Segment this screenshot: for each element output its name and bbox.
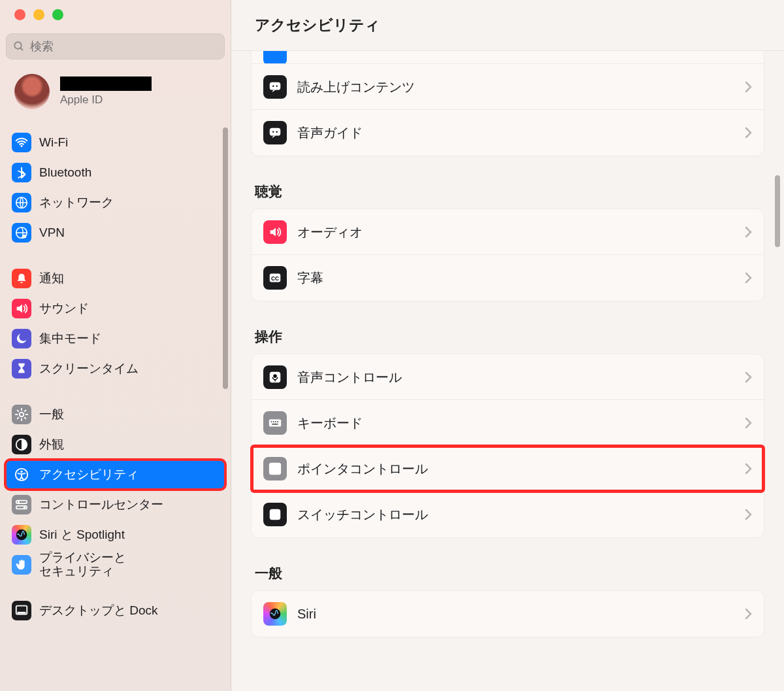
focus-icon [12, 329, 31, 348]
close-window-button[interactable] [14, 9, 25, 20]
sidebar-scrollbar[interactable] [223, 127, 228, 389]
sidebar-item-label: 集中モード [39, 332, 101, 346]
sidebar-item-label: サウンド [39, 302, 89, 316]
search-input[interactable] [30, 40, 218, 54]
zoom-window-button[interactable] [52, 9, 63, 20]
settings-card: オーディオ字幕 [251, 209, 764, 301]
sidebar-item-controlcenter[interactable]: コントロールセンター [5, 490, 225, 520]
search-icon [13, 41, 25, 52]
sidebar-item-privacy[interactable]: プライバシーと セキュリティ [5, 550, 225, 580]
section-title: 一般 [255, 564, 760, 582]
notifications-icon [12, 269, 31, 288]
sidebar-item-label: コントロールセンター [39, 498, 163, 512]
voicecontrol-icon [263, 365, 287, 389]
account-name-redacted [60, 76, 152, 91]
general-icon [12, 405, 31, 424]
sidebar-item-vpn[interactable]: VPN [5, 218, 225, 248]
sidebar-item-label: Siri と Spotlight [39, 528, 125, 542]
sidebar-item-screentime[interactable]: スクリーンタイム [5, 354, 225, 384]
settings-row-voicecontrol[interactable]: 音声コントロール [252, 354, 764, 400]
chevron-right-icon [744, 608, 752, 620]
account-sub: Apple ID [60, 93, 152, 107]
vpn-icon [12, 223, 31, 243]
descriptions-icon [263, 121, 287, 144]
main-pane: アクセシビリティ 読み上げコンテンツ音声ガイド聴覚オーディオ字幕操作音声コントロ… [231, 0, 784, 691]
settings-card: 読み上げコンテンツ音声ガイド [251, 63, 764, 156]
captions-icon [263, 266, 287, 290]
partial-row-icon [263, 51, 287, 64]
sidebar-item-network[interactable]: ネットワーク [5, 188, 225, 218]
search-field[interactable] [6, 33, 225, 59]
settings-row-label: 字幕 [297, 271, 734, 285]
settings-row-label: 読み上げコンテンツ [297, 80, 734, 94]
chevron-right-icon [744, 272, 752, 284]
settings-row-descriptions[interactable]: 音声ガイド [252, 110, 764, 156]
sidebar-item-label: ネットワーク [39, 196, 114, 210]
sidebar-item-label: デスクトップと Dock [39, 604, 158, 618]
settings-row-label: Siri [297, 607, 734, 621]
controlcenter-icon [12, 495, 31, 514]
content: 読み上げコンテンツ音声ガイド聴覚オーディオ字幕操作音声コントロールキーボードポイ… [231, 51, 784, 691]
chevron-right-icon [744, 127, 752, 139]
keyboard-icon [263, 411, 287, 435]
settings-row-label: キーボード [297, 416, 734, 430]
chevron-right-icon [744, 81, 752, 93]
appearance-icon [12, 435, 31, 454]
sidebar-item-sound[interactable]: サウンド [5, 294, 225, 324]
sidebar-item-general[interactable]: 一般 [5, 399, 225, 430]
accessibility-icon [12, 465, 31, 484]
window-controls [0, 9, 231, 20]
svg-line-1 [20, 48, 23, 50]
sidebar-item-appearance[interactable]: 外観 [5, 430, 225, 460]
settings-row-pointer[interactable]: ポインタコントロール [252, 446, 764, 492]
sound-icon [12, 299, 31, 318]
network-icon [12, 193, 31, 212]
chevron-right-icon [744, 371, 752, 383]
sidebar-item-focus[interactable]: 集中モード [5, 324, 225, 354]
section-title: 操作 [255, 328, 760, 346]
sidebar-item-label: スクリーンタイム [39, 362, 139, 376]
pointer-icon [263, 457, 287, 480]
settings-card: Siri [251, 590, 764, 637]
settings-row-audio[interactable]: オーディオ [252, 209, 764, 255]
spoken-icon [263, 75, 287, 99]
siri-icon [12, 525, 31, 545]
switch-icon [263, 503, 287, 526]
settings-row-captions[interactable]: 字幕 [252, 255, 764, 301]
sidebar-item-desktop[interactable]: デスクトップと Dock [5, 596, 225, 626]
settings-row-label: 音声コントロール [297, 370, 734, 384]
minimize-window-button[interactable] [33, 9, 44, 20]
sidebar-item-label: 通知 [39, 272, 64, 286]
page-title: アクセシビリティ [255, 15, 380, 35]
apple-id-row[interactable]: Apple ID [0, 74, 231, 127]
sidebar-item-label: Wi-Fi [39, 136, 68, 150]
settings-row-label: オーディオ [297, 225, 734, 239]
sidebar-item-label: 一般 [39, 408, 64, 422]
settings-row-siri2[interactable]: Siri [252, 591, 764, 637]
settings-row-label: スイッチコントロール [297, 507, 734, 522]
sidebar-item-label: VPN [39, 226, 65, 240]
audio-icon [263, 220, 287, 244]
sidebar-item-accessibility[interactable]: アクセシビリティ [5, 460, 225, 490]
privacy-icon [12, 555, 31, 575]
toolbar: アクセシビリティ [231, 0, 784, 51]
sidebar-item-label: プライバシーと セキュリティ [39, 551, 126, 579]
settings-row-keyboard[interactable]: キーボード [252, 400, 764, 446]
sidebar-item-label: アクセシビリティ [39, 468, 139, 482]
svg-point-0 [14, 42, 22, 49]
section-title: 聴覚 [255, 182, 760, 201]
sidebar-item-notifications[interactable]: 通知 [5, 263, 225, 294]
desktop-icon [12, 601, 31, 620]
sidebar-item-label: Bluetooth [39, 166, 91, 180]
sidebar-item-wifi[interactable]: Wi-Fi [5, 127, 225, 158]
sidebar: Apple ID Wi-FiBluetoothネットワークVPN通知サウンド集中… [0, 0, 231, 691]
content-scrollbar[interactable] [775, 175, 780, 247]
settings-row-spoken[interactable]: 読み上げコンテンツ [252, 64, 764, 110]
settings-row-switch[interactable]: スイッチコントロール [252, 492, 764, 537]
settings-card: 音声コントロールキーボードポインタコントロールスイッチコントロール [251, 354, 764, 538]
avatar [14, 74, 50, 109]
wifi-icon [12, 133, 31, 152]
settings-row-label: ポインタコントロール [297, 462, 734, 476]
sidebar-item-bluetooth[interactable]: Bluetooth [5, 158, 225, 188]
sidebar-item-siri[interactable]: Siri と Spotlight [5, 520, 225, 550]
